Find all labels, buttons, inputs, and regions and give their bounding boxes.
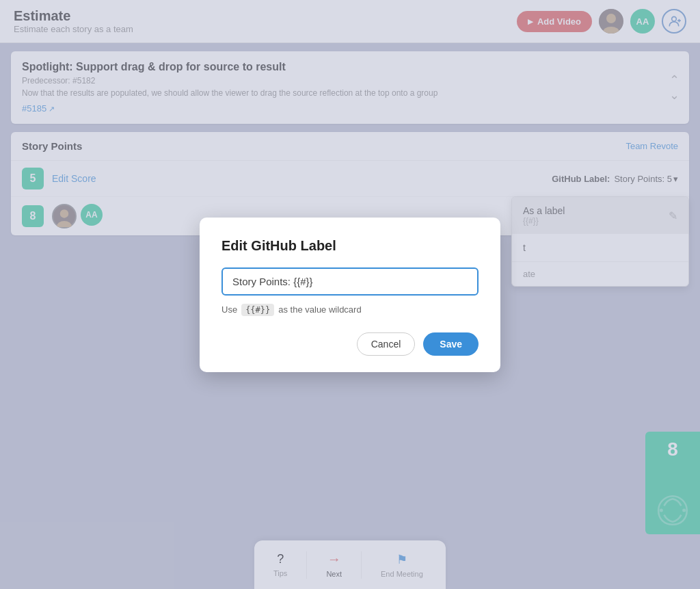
wildcard-badge: {{#}} — [241, 304, 274, 316]
edit-github-label-modal: Edit GitHub Label Use {{#}} as the value… — [200, 218, 500, 372]
modal-actions: Cancel Save — [221, 332, 479, 356]
modal-overlay: Edit GitHub Label Use {{#}} as the value… — [0, 0, 700, 589]
modal-hint-suffix: as the value wildcard — [278, 304, 361, 315]
modal-title: Edit GitHub Label — [221, 238, 479, 254]
github-label-input[interactable] — [221, 267, 479, 296]
modal-hint: Use {{#}} as the value wildcard — [221, 304, 479, 316]
cancel-button[interactable]: Cancel — [357, 332, 416, 356]
save-button[interactable]: Save — [423, 332, 479, 356]
modal-hint-prefix: Use — [221, 304, 237, 315]
